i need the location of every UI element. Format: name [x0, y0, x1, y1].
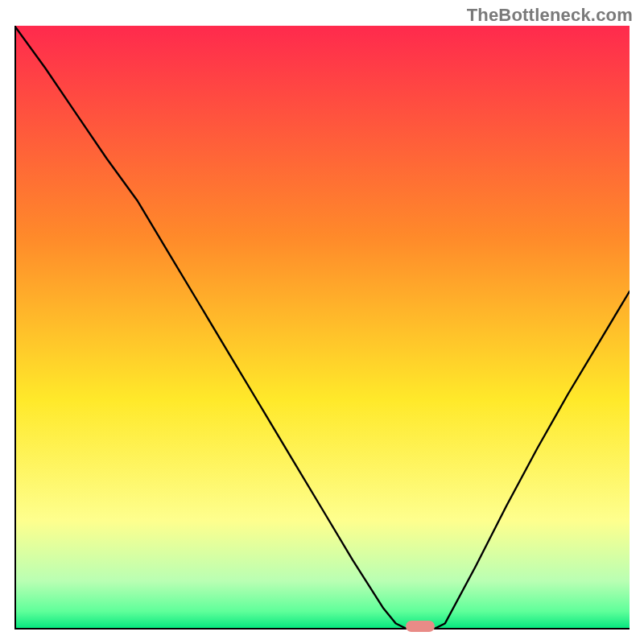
chart-container: TheBottleneck.com — [0, 0, 644, 644]
chart-svg — [14, 26, 630, 630]
gradient-background — [14, 26, 630, 630]
plot-area — [14, 26, 630, 630]
watermark-text: TheBottleneck.com — [467, 5, 633, 26]
optimal-marker — [406, 621, 435, 632]
